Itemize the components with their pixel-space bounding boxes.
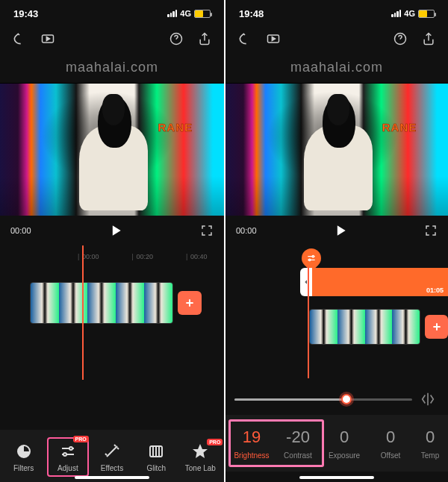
top-nav <box>0 22 224 55</box>
help-icon[interactable] <box>393 31 408 46</box>
play-icon[interactable] <box>333 223 348 238</box>
tool-label: Glitch <box>146 464 166 472</box>
tool-label: Adjust <box>57 464 78 472</box>
tool-effects[interactable]: Effects <box>91 442 133 472</box>
tick: 00:00 <box>82 253 99 265</box>
video-preview[interactable]: RANE <box>0 83 224 216</box>
tick: 00:20 <box>137 253 154 265</box>
watermark-text: maahalai.com <box>225 55 448 83</box>
crane-sign: RANE <box>382 121 417 134</box>
back-icon[interactable] <box>12 31 27 46</box>
adjust-params: 19 Brightness -20 Contrast 0 Exposure 0 … <box>225 415 448 472</box>
clip-track[interactable] <box>225 308 448 345</box>
crane-sign: RANE <box>158 121 193 134</box>
tool-glitch[interactable]: Glitch <box>135 442 177 472</box>
watermark-text: maahalai.com <box>0 55 224 83</box>
network-label: 4G <box>404 9 415 18</box>
home-indicator[interactable] <box>75 476 149 479</box>
pro-badge: PRO <box>73 436 89 442</box>
adjust-slider-row <box>225 391 448 407</box>
tick: 00:40 <box>190 253 208 265</box>
adjust-icon <box>58 442 78 461</box>
status-bar: 19:48 4G <box>225 0 448 22</box>
video-clip[interactable] <box>30 282 173 324</box>
param-label: Exposure <box>329 451 360 460</box>
signal-icon <box>167 10 177 17</box>
clip-duration: 01:05 <box>426 287 444 294</box>
fullscreen-icon[interactable] <box>424 224 438 237</box>
current-time: 00:00 <box>10 226 31 235</box>
current-time: 00:00 <box>236 226 257 235</box>
param-value: -20 <box>286 428 310 447</box>
timeline[interactable]: 01:05 <box>225 245 448 365</box>
slider-thumb[interactable] <box>341 394 352 404</box>
param-value: 0 <box>426 428 435 447</box>
pro-badge: PRO <box>207 439 223 445</box>
add-clip-button[interactable] <box>425 315 448 339</box>
param-value: 0 <box>340 428 349 447</box>
player-controls: 00:00 <box>225 216 448 245</box>
add-clip-button[interactable] <box>178 291 202 315</box>
param-brightness[interactable]: 19 Brightness <box>228 428 275 460</box>
back-icon[interactable] <box>237 31 252 46</box>
battery-icon <box>418 10 435 18</box>
home-indicator[interactable] <box>299 476 374 479</box>
playhead[interactable] <box>82 245 84 380</box>
glitch-icon <box>146 442 166 461</box>
effects-icon <box>102 442 122 461</box>
video-clip[interactable] <box>309 309 420 345</box>
preview-video-icon[interactable] <box>40 31 55 46</box>
tool-label: Effects <box>101 464 123 472</box>
tool-adjust[interactable]: PRO Adjust <box>47 437 89 477</box>
param-label: Contrast <box>284 451 312 460</box>
share-icon[interactable] <box>197 31 212 46</box>
tool-filters[interactable]: Filters <box>3 442 45 472</box>
tool-tonelab[interactable]: PRO Tone Lab <box>179 442 221 472</box>
status-right: 4G <box>167 9 211 18</box>
play-icon[interactable] <box>108 223 123 238</box>
timeline-ruler: 00:00 00:20 00:40 <box>0 253 224 265</box>
tool-bar: Filters PRO Adjust Effects Glitch PRO <box>0 430 224 482</box>
status-time: 19:48 <box>239 8 264 19</box>
adjust-slider[interactable] <box>234 398 412 401</box>
clip-track[interactable] <box>0 281 224 325</box>
param-contrast[interactable]: -20 Contrast <box>275 428 321 460</box>
battery-icon <box>194 10 211 18</box>
status-bar: 19:43 4G <box>0 0 224 22</box>
fullscreen-icon[interactable] <box>200 224 214 237</box>
timeline[interactable]: 00:00 00:20 00:40 <box>0 245 224 325</box>
param-label: Temp <box>421 451 439 460</box>
param-value: 0 <box>386 428 395 447</box>
filters-icon <box>14 442 34 461</box>
network-label: 4G <box>180 9 191 18</box>
signal-icon <box>391 10 401 17</box>
help-icon[interactable] <box>169 31 184 46</box>
phone-screen-left: 19:43 4G maahalai.com RANE <box>0 0 224 482</box>
top-nav <box>225 22 448 55</box>
param-offset[interactable]: 0 Offset <box>367 428 414 460</box>
tool-label: Tone Lab <box>185 464 216 472</box>
phone-screen-right: 19:48 4G maahalai.com RANE <box>224 0 448 482</box>
share-icon[interactable] <box>421 31 436 46</box>
preview-video-icon[interactable] <box>266 31 281 46</box>
param-label: Offset <box>381 451 401 460</box>
tool-label: Filters <box>13 464 34 472</box>
param-value: 19 <box>243 428 261 447</box>
param-label: Brightness <box>234 451 269 460</box>
status-right: 4G <box>391 9 435 18</box>
adjust-clip-bar[interactable]: 01:05 <box>300 268 448 296</box>
param-exposure[interactable]: 0 Exposure <box>321 428 367 460</box>
param-temp[interactable]: 0 Temp <box>414 428 447 460</box>
video-preview[interactable]: RANE <box>225 83 448 216</box>
compare-icon[interactable] <box>420 391 436 407</box>
clip-handle-left[interactable] <box>300 268 312 296</box>
playhead[interactable] <box>308 266 309 378</box>
player-controls: 00:00 <box>0 216 224 245</box>
status-time: 19:43 <box>13 8 38 19</box>
